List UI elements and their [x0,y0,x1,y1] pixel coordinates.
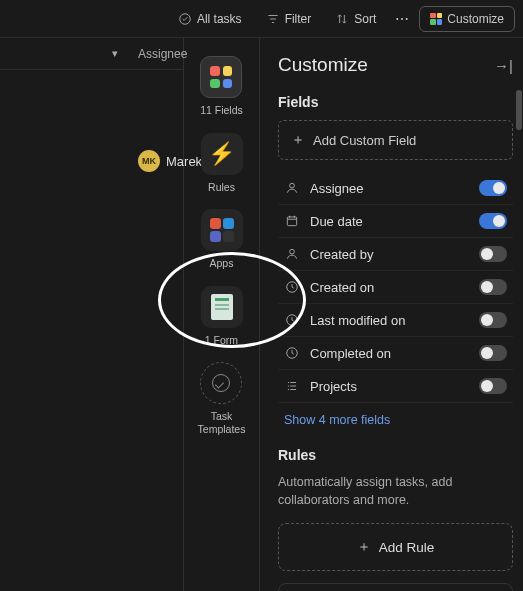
tile-templates-label: TaskTemplates [198,410,246,435]
user-icon [284,180,300,196]
add-rule-label: Add Rule [379,540,435,555]
field-label: Completed on [310,346,469,361]
sort-button[interactable]: Sort [326,7,385,31]
sort-icon [335,12,349,26]
customize-panel: Customize →| Fields ＋ Add Custom Field A… [260,38,523,591]
check-circle-icon [178,12,192,26]
field-label: Assignee [310,181,469,196]
form-icon [211,294,233,320]
customize-icon [430,13,442,25]
assignee-column-header[interactable]: Assignee [138,47,187,61]
customize-tile-column: 11 Fields ⚡ Rules Apps 1 Form TaskTempla… [184,38,260,591]
all-tasks-label: All tasks [197,12,242,26]
svg-point-3 [290,249,295,254]
field-row-created-on[interactable]: Created on [278,271,513,304]
field-row-created-by[interactable]: Created by [278,238,513,271]
field-label: Due date [310,214,469,229]
bolt-icon: ⚡ [208,141,235,167]
add-rule-button[interactable]: ＋ Add Rule [278,523,513,571]
calendar-icon [284,213,300,229]
svg-rect-2 [287,217,296,226]
field-row-assignee[interactable]: Assignee [278,172,513,205]
field-label: Created on [310,280,469,295]
field-toggle[interactable] [479,213,507,229]
collapse-panel-icon[interactable]: →| [494,57,513,74]
field-toggle[interactable] [479,180,507,196]
plus-icon: ＋ [357,538,371,556]
customize-label: Customize [447,12,504,26]
user-icon [284,246,300,262]
tile-forms-label: 1 Form [205,334,238,347]
column-header-row: ▾ Assignee [0,38,183,70]
field-label: Projects [310,379,469,394]
plus-icon: ＋ [291,131,305,149]
tile-rules[interactable]: ⚡ Rules [201,133,243,194]
rules-description: Automatically assign tasks, add collabor… [278,473,513,509]
add-custom-field-button[interactable]: ＋ Add Custom Field [278,120,513,160]
field-toggle[interactable] [479,312,507,328]
fields-icon [210,66,232,88]
clock-icon [284,279,300,295]
field-toggle[interactable] [479,345,507,361]
fields-section-title: Fields [278,94,513,110]
tile-fields-label: 11 Fields [200,104,243,117]
rule-preview-card[interactable]: Priority updated to High [278,583,513,591]
task-list-area: ▾ Assignee MK Marek [0,38,184,591]
clock-icon [284,312,300,328]
tile-apps-label: Apps [210,257,234,270]
all-tasks-button[interactable]: All tasks [169,7,251,31]
check-icon [212,374,230,392]
tile-forms[interactable]: 1 Form [201,286,243,347]
field-toggle[interactable] [479,246,507,262]
show-more-fields-link[interactable]: Show 4 more fields [284,413,390,427]
clock-icon [284,345,300,361]
list-icon [284,378,300,394]
panel-scrollbar[interactable] [516,90,522,130]
customize-button[interactable]: Customize [419,6,515,32]
field-row-projects[interactable]: Projects [278,370,513,403]
tile-fields[interactable]: 11 Fields [200,56,243,117]
tile-apps[interactable]: Apps [201,209,243,270]
add-custom-field-label: Add Custom Field [313,133,416,148]
filter-icon [266,12,280,26]
filter-label: Filter [285,12,312,26]
field-row-due-date[interactable]: Due date [278,205,513,238]
more-options-button[interactable]: ⋯ [391,11,413,27]
apps-icon [210,218,234,242]
sort-label: Sort [354,12,376,26]
field-toggle[interactable] [479,279,507,295]
field-label: Created by [310,247,469,262]
filter-button[interactable]: Filter [257,7,321,31]
svg-point-1 [290,183,295,188]
field-row-completed-on[interactable]: Completed on [278,337,513,370]
tile-rules-label: Rules [208,181,235,194]
avatar: MK [138,150,160,172]
field-row-last-modified[interactable]: Last modified on [278,304,513,337]
top-toolbar: All tasks Filter Sort ⋯ Customize [0,0,523,38]
rules-section-title: Rules [278,447,513,463]
chevron-down-icon[interactable]: ▾ [112,47,118,60]
field-toggle[interactable] [479,378,507,394]
customize-title: Customize [278,54,368,76]
tile-task-templates[interactable]: TaskTemplates [198,362,246,435]
field-label: Last modified on [310,313,469,328]
